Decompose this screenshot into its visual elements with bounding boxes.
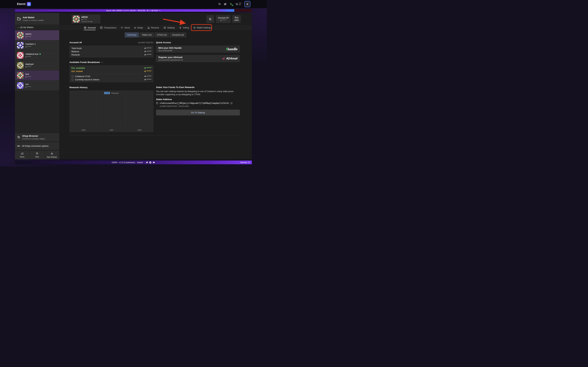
account-summary-table: Total funds₳ ****** Balance₳ ****** Rewa… bbox=[69, 45, 154, 58]
subtab-utxo-list[interactable]: UTxO List bbox=[155, 32, 169, 37]
online-status-dot bbox=[40, 53, 41, 55]
dapp-browser-button[interactable]: DApp Browser Connect to Cardano dApps. bbox=[15, 133, 59, 141]
add-wallet-icon bbox=[17, 17, 21, 21]
theme-toggle-button[interactable]: ☀ bbox=[244, 1, 250, 7]
buy-ada-button[interactable]: Buy ADA bbox=[232, 15, 241, 23]
wallet-item-vvv[interactable]: vvv ₳ ****** bbox=[15, 81, 59, 90]
wallet-nav-tabs: Account Transactions Send ⇄ Swap Receive… bbox=[59, 25, 252, 30]
pulse-icon bbox=[159, 9, 161, 11]
adamail-arrow-icon bbox=[222, 57, 225, 60]
ada-handle-card[interactable]: Mint your ADA Handle $youradahandle $han… bbox=[156, 45, 240, 53]
globe-icon bbox=[232, 5, 233, 6]
send-icon bbox=[121, 26, 123, 29]
x-tick: e482 bbox=[125, 129, 154, 131]
info-icon: i bbox=[72, 78, 74, 81]
stake-derivation: m/1852'/1815'/0'/2/0 - EHZX-0001 bbox=[160, 105, 240, 107]
table-row: iCurrently bound to tokens ₳ ****** bbox=[72, 78, 151, 81]
voting-icon bbox=[179, 26, 181, 29]
tab-swap[interactable]: ⇄ Swap bbox=[134, 25, 143, 30]
network-selector[interactable]: Mainnet bbox=[240, 160, 250, 164]
add-wallet-subtitle: Create or restore a wallet. bbox=[23, 19, 44, 21]
table-row: Total funds₳ ****** bbox=[72, 47, 151, 50]
footer-version: ©2024 · v1.12.3 (extension) · bbox=[112, 161, 136, 163]
wallet-item-deployer[interactable]: deployer ₳ ****** bbox=[15, 60, 59, 70]
external-link-icon[interactable] bbox=[230, 102, 233, 104]
telegram-icon[interactable] bbox=[149, 161, 151, 164]
content-divider bbox=[69, 135, 240, 135]
dapp-connect-button[interactable] bbox=[206, 15, 214, 23]
tab-transactions[interactable]: Transactions bbox=[100, 25, 116, 30]
x-tick: e481 bbox=[98, 129, 126, 131]
tab-voting[interactable]: Voting bbox=[179, 25, 189, 30]
tab-wallet-settings[interactable]: ⚙ Wallet Settings bbox=[193, 25, 211, 30]
copy-icon[interactable] bbox=[156, 102, 158, 104]
funds-breakdown-table: Est. available₳ ****** Est. locked₳ ****… bbox=[69, 65, 154, 82]
staking-heading: Stake Your Funds To Earn Rewards bbox=[156, 86, 240, 89]
rewards-history-title: Rewards History bbox=[69, 86, 88, 89]
account-derivation: (m/1852'/1815'/0') bbox=[138, 42, 154, 44]
wallet-avatar bbox=[17, 42, 24, 49]
gear-icon: ⚙ bbox=[51, 152, 53, 155]
go-to-staking-button[interactable]: Go To Staking bbox=[156, 110, 240, 115]
account-selector-button[interactable]: Account #0 ₳ ****** bbox=[216, 15, 231, 23]
plug-icon bbox=[16, 135, 21, 140]
discord-icon[interactable] bbox=[153, 161, 155, 164]
adamail-card[interactable]: Register your ADAmail yournamehere@adama… bbox=[156, 55, 240, 62]
tab-staking[interactable]: Staking bbox=[163, 25, 175, 30]
tab-receive[interactable]: Receive bbox=[147, 25, 159, 30]
connections-icon bbox=[17, 144, 20, 148]
footer: ©2024 · v1.12.3 (extension) · Imprint · … bbox=[15, 160, 252, 164]
dapp-connection-options-button[interactable]: All DApp connection options bbox=[15, 142, 59, 150]
chevron-down-icon bbox=[101, 61, 103, 63]
table-row: iCollateral UTxO ₳ ****** bbox=[72, 75, 151, 78]
wallet-item-admin[interactable]: admin ₳ ****** bbox=[15, 30, 59, 40]
adahandle-logo: $handle bbox=[226, 47, 237, 51]
my-wallets-header[interactable]: (6) My Wallets bbox=[15, 25, 59, 30]
sync-status: Synced 4s ago bbox=[81, 21, 93, 23]
wallet-item-collateral-test[interactable]: collateral test ₳ ****** bbox=[15, 50, 59, 60]
legend-label: Rewards bbox=[111, 92, 119, 94]
table-row: Rewards₳ ****** bbox=[72, 53, 151, 56]
sun-icon: ☀ bbox=[246, 3, 249, 6]
gear-icon: ⚙ bbox=[193, 26, 196, 29]
tab-account[interactable]: Account bbox=[84, 25, 96, 30]
staking-icon bbox=[163, 26, 166, 29]
faq-button[interactable]: FAQ bbox=[30, 151, 44, 159]
eternl-logo-icon: E bbox=[27, 2, 31, 6]
hide-balances-icon[interactable] bbox=[224, 3, 227, 6]
subtab-summary[interactable]: Summary bbox=[125, 32, 139, 37]
subtab-token-list[interactable]: Token List bbox=[139, 32, 154, 37]
adamail-logo: ADAmail bbox=[222, 57, 237, 60]
sidebar: Add Wallet Create or restore a wallet. (… bbox=[15, 13, 59, 159]
rewards-history-chart: Rewards e480 e481 e482 bbox=[69, 90, 154, 132]
eternl-brand[interactable]: Eternl E bbox=[17, 2, 31, 6]
funds-breakdown-title[interactable]: Available Funds Breakdown bbox=[69, 61, 103, 64]
wallet-avatar bbox=[17, 32, 24, 38]
wallet-item-test[interactable]: test ₳ ****** bbox=[15, 70, 59, 80]
subtab-account-list[interactable]: Account List bbox=[170, 32, 186, 37]
dapp-connector-status-icon[interactable] bbox=[229, 3, 233, 6]
stake-address[interactable]: stake1uxwu50cwcjj982gezjzr4mguumn7j7rp60… bbox=[160, 102, 229, 104]
account-icon bbox=[84, 26, 86, 29]
news-button[interactable]: News bbox=[15, 151, 29, 159]
sync-icon[interactable]: ↻ bbox=[219, 2, 221, 6]
active-wallet-chip[interactable]: admin ₳ ****** Synced 4s ago bbox=[72, 15, 100, 24]
app-settings-button[interactable]: ⚙ App Settings bbox=[45, 151, 59, 159]
stake-address-label: Stake Address bbox=[156, 98, 240, 100]
account-summary-title: Account #0 bbox=[69, 41, 82, 44]
p2p-status-icon[interactable]: P2P 0/0 bbox=[236, 3, 241, 6]
staking-description: You can earn staking rewards by delegati… bbox=[156, 90, 240, 96]
imprint-link[interactable]: Imprint bbox=[137, 161, 143, 163]
p2p-count: 0/0 bbox=[239, 4, 241, 6]
add-wallet-button[interactable]: Add Wallet Create or restore a wallet. bbox=[15, 13, 59, 25]
wallet-avatar bbox=[73, 16, 80, 23]
wallet-item-cardano-1[interactable]: Cardano 1 ₳ ****** bbox=[15, 40, 59, 50]
epoch-progress-bar[interactable]: Epoch: 484: 400024 /432000 (92.6% ~ 08:5… bbox=[15, 9, 252, 12]
account-sub-tabs: Summary Token List UTxO List Account Lis… bbox=[59, 32, 252, 37]
add-wallet-title: Add Wallet bbox=[23, 16, 44, 19]
tab-send[interactable]: Send bbox=[121, 25, 130, 30]
twitter-icon[interactable] bbox=[146, 161, 148, 164]
receive-icon bbox=[147, 26, 150, 29]
table-row: Est. available₳ ****** bbox=[72, 67, 151, 70]
wallet-avatar bbox=[17, 82, 24, 89]
